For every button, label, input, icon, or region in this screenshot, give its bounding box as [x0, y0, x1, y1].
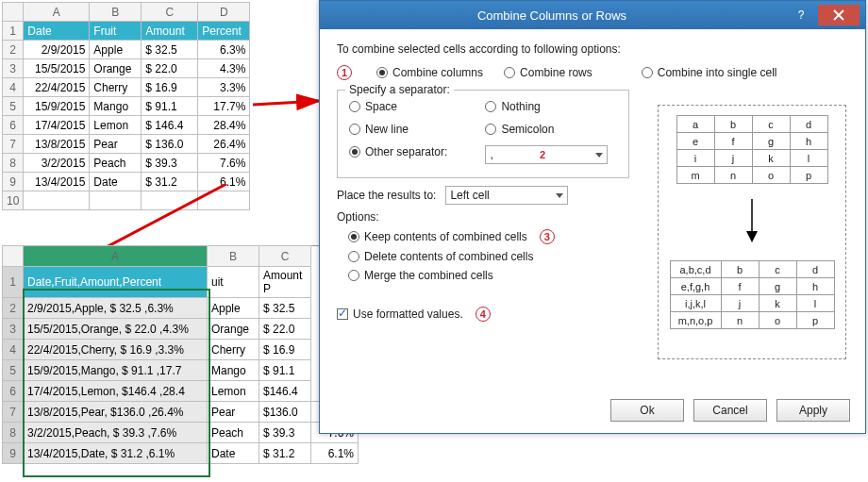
radio-combine-single[interactable]: Combine into single cell — [642, 66, 777, 79]
row-header[interactable]: 1 — [3, 22, 24, 41]
cell[interactable]: 28.4% — [198, 116, 250, 135]
row-header[interactable]: 8 — [3, 154, 24, 173]
radio-sep-space[interactable]: Space — [349, 100, 447, 113]
cell[interactable]: 15/5/2015 — [24, 59, 90, 78]
cell[interactable]: $ 22.0 — [142, 59, 198, 78]
cell[interactable]: Apple — [90, 41, 142, 59]
cell[interactable]: 7.6% — [198, 154, 250, 173]
cell[interactable]: $ 16.9 — [259, 340, 311, 360]
combined-cell[interactable]: 13/8/2015,Pear, $136.0 ,26.4% — [24, 402, 208, 423]
cell[interactable]: $ 32.5 — [142, 41, 198, 59]
cell[interactable]: Apple — [208, 298, 259, 319]
combined-cell[interactable]: 15/5/2015,Orange, $ 22.0 ,4.3% — [24, 319, 208, 340]
row-header[interactable]: 7 — [3, 135, 24, 154]
cell[interactable]: 3/2/2015 — [24, 154, 90, 173]
cell[interactable]: 2/9/2015 — [24, 41, 90, 59]
cell[interactable]: $ 31.2 — [142, 173, 198, 191]
row-header[interactable]: 2 — [3, 41, 24, 59]
cell[interactable]: Cherry — [208, 340, 259, 360]
cell[interactable]: Date — [208, 443, 259, 464]
cell[interactable]: 17.7% — [198, 97, 250, 116]
place-select[interactable]: Left cell — [445, 186, 568, 205]
cell[interactable]: Peach — [208, 423, 259, 443]
cell[interactable]: Pear — [208, 402, 259, 423]
cell[interactable]: $ 91.1 — [142, 97, 198, 116]
other-separator-input[interactable]: , 2 — [485, 145, 608, 164]
col-header-B[interactable]: B — [208, 246, 259, 267]
col-header-B[interactable]: B — [90, 3, 142, 22]
corner-cell[interactable] — [3, 246, 24, 267]
cell[interactable]: Lemon — [90, 116, 142, 135]
cell[interactable]: 15/9/2015 — [24, 97, 90, 116]
source-spreadsheet[interactable]: A B C D 1 Date Fruit Amount Percent 22/9… — [2, 2, 250, 210]
result-spreadsheet[interactable]: A B C 1 Date,Fruit,Amount,Percent uit Am… — [2, 245, 359, 464]
combined-cell[interactable]: 3/2/2015,Peach, $ 39.3 ,7.6% — [24, 423, 208, 443]
cell[interactable]: 13/4/2015 — [24, 173, 90, 191]
cell[interactable]: $ 31.2 — [259, 443, 311, 464]
apply-button[interactable]: Apply — [776, 399, 850, 422]
combined-cell[interactable]: 22/4/2015,Cherry, $ 16.9 ,3.3% — [24, 340, 208, 360]
radio-combine-rows[interactable]: Combine rows — [504, 66, 593, 79]
radio-sep-other[interactable]: Other separator: — [349, 145, 447, 158]
cell[interactable]: $ 16.9 — [142, 78, 198, 97]
cell[interactable]: Pear — [90, 135, 142, 154]
ok-button[interactable]: Ok — [610, 399, 684, 422]
row-header[interactable]: 10 — [3, 191, 24, 210]
radio-sep-newline[interactable]: New line — [349, 123, 447, 136]
col-header-A[interactable]: A — [24, 3, 90, 22]
cell[interactable]: 13/8/2015 — [24, 135, 90, 154]
combined-cell[interactable]: 13/4/2015,Date, $ 31.2 ,6.1% — [24, 443, 208, 464]
cell[interactable]: 3.3% — [198, 78, 250, 97]
cell[interactable]: Peach — [90, 154, 142, 173]
help-button[interactable]: ? — [784, 5, 818, 25]
cell[interactable]: Orange — [90, 59, 142, 78]
row-header[interactable]: 9 — [3, 173, 24, 191]
row-header[interactable]: 9 — [3, 443, 24, 464]
col-header-C[interactable]: C — [259, 246, 311, 267]
corner-cell[interactable] — [3, 3, 24, 22]
cell[interactable]: Lemon — [208, 381, 259, 402]
cancel-button[interactable]: Cancel — [693, 399, 767, 422]
cell[interactable]: Mango — [90, 97, 142, 116]
combined-cell[interactable]: 2/9/2015,Apple, $ 32.5 ,6.3% — [24, 298, 208, 319]
cell[interactable]: $ 91.1 — [259, 360, 311, 381]
row-header[interactable]: 3 — [3, 59, 24, 78]
cell[interactable]: $ 136.0 — [142, 135, 198, 154]
cell[interactable]: 22/4/2015 — [24, 78, 90, 97]
cell[interactable]: 26.4% — [198, 135, 250, 154]
cell[interactable]: $ 39.3 — [142, 154, 198, 173]
cell[interactable]: $ 39.3 — [259, 423, 311, 443]
cell[interactable]: $ 32.5 — [259, 298, 311, 319]
row-header[interactable]: 7 — [3, 402, 24, 423]
combined-cell[interactable]: 17/4/2015,Lemon, $146.4 ,28.4 — [24, 381, 208, 402]
row-header[interactable]: 5 — [3, 360, 24, 381]
cell[interactable]: Cherry — [90, 78, 142, 97]
row-header[interactable]: 4 — [3, 78, 24, 97]
cell[interactable]: 6.1% — [198, 173, 250, 191]
row-header[interactable]: 6 — [3, 116, 24, 135]
row-header[interactable]: 2 — [3, 298, 24, 319]
radio-combine-columns[interactable]: Combine columns — [376, 66, 483, 79]
row-header[interactable]: 1 — [3, 267, 24, 298]
row-header[interactable]: 6 — [3, 381, 24, 402]
cell[interactable]: Orange — [208, 319, 259, 340]
cell[interactable]: 17/4/2015 — [24, 116, 90, 135]
cell[interactable]: $ 146.4 — [142, 116, 198, 135]
close-button[interactable] — [818, 5, 860, 25]
radio-sep-nothing[interactable]: Nothing — [485, 100, 608, 113]
dialog-titlebar[interactable]: Combine Columns or Rows ? — [320, 1, 865, 29]
col-header-C[interactable]: C — [142, 3, 198, 22]
radio-sep-semicolon[interactable]: Semicolon — [485, 123, 608, 136]
col-header-D[interactable]: D — [198, 3, 250, 22]
cell[interactable]: 6.3% — [198, 41, 250, 59]
cell[interactable]: $136.0 — [259, 402, 311, 423]
cell[interactable]: Mango — [208, 360, 259, 381]
row-header[interactable]: 5 — [3, 97, 24, 116]
row-header[interactable]: 8 — [3, 423, 24, 443]
row-header[interactable]: 4 — [3, 340, 24, 360]
row-header[interactable]: 3 — [3, 319, 24, 340]
cell[interactable]: Date — [90, 173, 142, 191]
cell[interactable]: 6.1% — [311, 443, 359, 464]
combined-cell[interactable]: 15/9/2015,Mango, $ 91.1 ,17.7 — [24, 360, 208, 381]
cell[interactable]: $ 22.0 — [259, 319, 311, 340]
